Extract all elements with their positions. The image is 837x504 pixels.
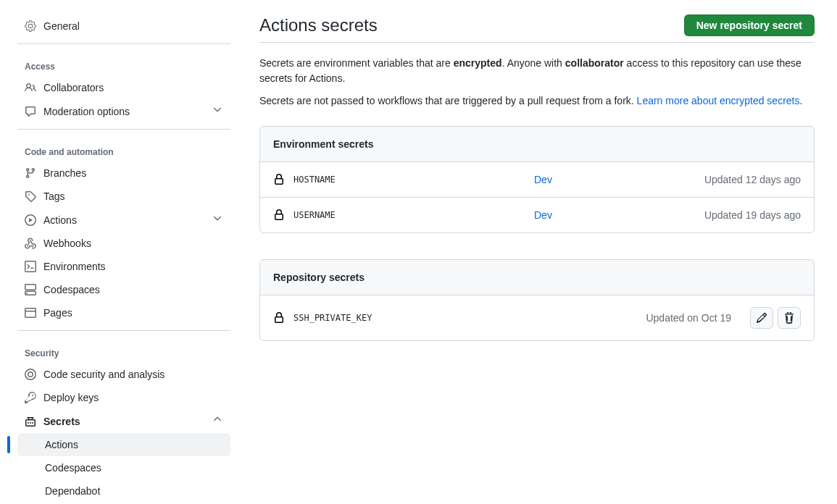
secret-env: Dev bbox=[534, 174, 696, 185]
label: Codespaces bbox=[43, 282, 100, 297]
label: Code security and analysis bbox=[43, 367, 165, 382]
env-link[interactable]: Dev bbox=[534, 174, 552, 185]
secret-name: SSH_PRIVATE_KEY bbox=[293, 313, 637, 323]
repository-secrets-box: Repository secrets SSH_PRIVATE_KEY Updat… bbox=[259, 259, 815, 341]
label: Collaborators bbox=[43, 80, 104, 95]
sidebar-item-webhooks[interactable]: Webhooks bbox=[17, 232, 230, 255]
chevron-up-icon bbox=[212, 413, 223, 429]
play-icon bbox=[25, 214, 36, 226]
shield-icon bbox=[25, 369, 36, 380]
sidebar-item-actions[interactable]: Actions bbox=[17, 208, 230, 232]
row-actions bbox=[750, 307, 801, 329]
secrets-submenu: Actions Codespaces Dependabot bbox=[17, 433, 230, 503]
main-content: Actions secrets New repository secret Se… bbox=[242, 14, 815, 504]
settings-sidebar: General Access Collaborators Moderation … bbox=[17, 14, 242, 504]
label: Webhooks bbox=[43, 236, 91, 251]
comment-icon bbox=[25, 106, 36, 117]
webhook-icon bbox=[25, 238, 36, 249]
sidebar-item-deploykeys[interactable]: Deploy keys bbox=[17, 386, 230, 409]
lock-icon bbox=[273, 174, 285, 185]
secret-name: HOSTNAME bbox=[293, 175, 525, 185]
lock-icon bbox=[273, 209, 285, 221]
box-header: Repository secrets bbox=[260, 260, 814, 295]
page-title: Actions secrets bbox=[259, 15, 378, 35]
label: Actions bbox=[45, 437, 78, 452]
env-link[interactable]: Dev bbox=[534, 209, 552, 221]
secret-name: USERNAME bbox=[293, 210, 525, 220]
label: Actions bbox=[43, 213, 77, 227]
tag-icon bbox=[25, 190, 36, 202]
secret-env: Dev bbox=[534, 209, 696, 221]
server-icon bbox=[25, 261, 36, 272]
sidebar-item-secrets[interactable]: Secrets bbox=[17, 409, 230, 433]
box-header: Environment secrets bbox=[260, 127, 814, 162]
sidebar-item-tags[interactable]: Tags bbox=[17, 185, 230, 208]
label: Pages bbox=[43, 306, 72, 320]
key-icon bbox=[25, 392, 36, 403]
lock-icon bbox=[273, 312, 285, 324]
edit-button[interactable] bbox=[750, 307, 773, 329]
sidebar-item-moderation[interactable]: Moderation options bbox=[17, 99, 230, 123]
sidebar-item-branches[interactable]: Branches bbox=[17, 161, 230, 185]
sidebar-item-environments[interactable]: Environments bbox=[17, 255, 230, 278]
branch-icon bbox=[25, 167, 36, 179]
secret-row: SSH_PRIVATE_KEY Updated on Oct 19 bbox=[260, 295, 814, 340]
label: General bbox=[43, 19, 80, 33]
sidebar-subitem-codespaces[interactable]: Codespaces bbox=[17, 456, 230, 479]
browser-icon bbox=[25, 307, 36, 319]
sidebar-subitem-dependabot[interactable]: Dependabot bbox=[17, 479, 230, 503]
page-header: Actions secrets New repository secret bbox=[259, 14, 815, 43]
chevron-down-icon bbox=[212, 104, 223, 119]
label: Dependabot bbox=[45, 484, 100, 498]
sidebar-item-pages[interactable]: Pages bbox=[17, 301, 230, 324]
chevron-down-icon bbox=[212, 212, 223, 227]
people-icon bbox=[25, 82, 36, 93]
divider bbox=[17, 129, 230, 130]
learn-more-link[interactable]: Learn more about encrypted secrets bbox=[637, 95, 800, 106]
divider bbox=[17, 330, 230, 331]
label: Secrets bbox=[43, 414, 80, 429]
sidebar-item-codespaces[interactable]: Codespaces bbox=[17, 278, 230, 301]
delete-button[interactable] bbox=[778, 307, 801, 329]
sidebar-item-general[interactable]: General bbox=[17, 14, 230, 38]
gear-icon bbox=[25, 20, 36, 32]
secret-row: HOSTNAME Dev Updated 12 days ago bbox=[260, 162, 814, 198]
secret-updated: Updated 12 days ago bbox=[704, 174, 801, 185]
codespaces-icon bbox=[25, 284, 36, 295]
divider bbox=[17, 43, 230, 44]
new-secret-button[interactable]: New repository secret bbox=[684, 14, 815, 36]
sidebar-item-collaborators[interactable]: Collaborators bbox=[17, 76, 230, 99]
label: Branches bbox=[43, 166, 86, 180]
section-heading-security: Security bbox=[17, 337, 230, 363]
label: Moderation options bbox=[43, 104, 130, 119]
label: Deploy keys bbox=[43, 390, 99, 405]
label: Environments bbox=[43, 259, 106, 274]
secret-updated: Updated on Oct 19 bbox=[646, 312, 731, 324]
asterisk-icon bbox=[25, 416, 36, 427]
secret-updated: Updated 19 days ago bbox=[704, 209, 801, 221]
section-heading-code: Code and automation bbox=[17, 135, 230, 161]
secret-row: USERNAME Dev Updated 19 days ago bbox=[260, 198, 814, 232]
description-1: Secrets are environment variables that a… bbox=[259, 56, 815, 86]
sidebar-subitem-actions[interactable]: Actions bbox=[17, 433, 230, 456]
environment-secrets-box: Environment secrets HOSTNAME Dev Updated… bbox=[259, 126, 815, 233]
sidebar-item-codesec[interactable]: Code security and analysis bbox=[17, 363, 230, 386]
label: Tags bbox=[43, 189, 65, 203]
label: Codespaces bbox=[45, 461, 101, 475]
description-2: Secrets are not passed to workflows that… bbox=[259, 93, 815, 109]
section-heading-access: Access bbox=[17, 50, 230, 76]
